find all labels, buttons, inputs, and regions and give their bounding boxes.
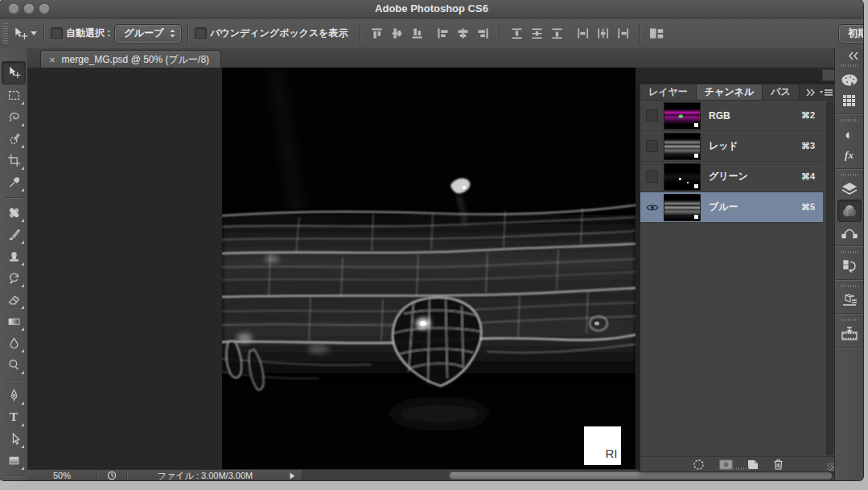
brush-tool[interactable] [2, 224, 26, 245]
rectangle-shape-tool[interactable] [2, 450, 26, 471]
quick-selection-tool[interactable] [2, 128, 26, 150]
delete-channel-button[interactable] [773, 459, 784, 470]
blur-tool[interactable] [2, 332, 26, 354]
dock-gripper[interactable] [841, 319, 858, 321]
lasso-tool[interactable] [2, 106, 26, 128]
auto-align-layers-icon[interactable] [649, 27, 664, 40]
styles-panel-icon[interactable]: fx [838, 145, 861, 166]
dock-gripper[interactable] [841, 64, 858, 67]
visibility-toggle[interactable] [640, 171, 664, 183]
layer-comps-panel-icon[interactable] [838, 290, 861, 311]
align-top-edges-icon[interactable] [369, 27, 385, 40]
collapse-panels-icon[interactable] [848, 51, 858, 60]
channels-panel-icon[interactable] [837, 200, 862, 222]
dock-gripper[interactable] [841, 119, 858, 121]
type-tool[interactable]: T [2, 406, 26, 428]
panel-resize-gripper[interactable] [729, 467, 750, 470]
dock-divider [835, 279, 863, 280]
auto-select-target-value: グループ [124, 27, 163, 40]
channel-row-rgb[interactable]: RGB ⌘2 [640, 101, 823, 131]
move-tool-icon [13, 27, 29, 41]
status-menu-icon[interactable] [97, 470, 126, 480]
channel-name: グリーン [709, 170, 748, 183]
channel-name: ブルー [709, 200, 738, 214]
panel-menu-icon[interactable] [820, 89, 833, 97]
distribute-right-edges-icon[interactable] [615, 27, 631, 40]
eyedropper-tool[interactable] [2, 171, 26, 193]
dock-gripper[interactable] [841, 174, 858, 176]
divider [187, 24, 188, 43]
micrograph-image[interactable]: RI [222, 68, 636, 469]
horizontal-scrollbar-thumb[interactable] [449, 471, 833, 480]
eraser-tool[interactable] [2, 289, 26, 311]
show-bounding-box-checkbox[interactable] [195, 27, 207, 39]
tab-layers[interactable]: レイヤー [640, 84, 697, 100]
type-tool-glyph: T [10, 410, 18, 424]
auto-select-target-dropdown[interactable]: グループ [115, 25, 181, 43]
tool-preset-caret-icon[interactable] [31, 31, 37, 35]
align-bottom-edges-icon[interactable] [409, 27, 425, 40]
align-right-edges-icon[interactable] [475, 27, 491, 40]
eye-icon [646, 204, 659, 212]
rectangular-marquee-tool[interactable] [2, 84, 26, 106]
zoom-level-field[interactable]: 50% [27, 470, 97, 480]
timeline-panel-icon[interactable] [838, 323, 861, 344]
history-panel-icon[interactable] [838, 256, 861, 277]
status-flyout-button[interactable] [283, 470, 302, 480]
path-selection-tool[interactable] [2, 428, 26, 450]
crop-tool[interactable] [2, 150, 26, 171]
document-tab[interactable]: × merge_MG.psd @ 50% (ブルー/8) [40, 50, 221, 68]
dodge-tool[interactable] [2, 354, 26, 376]
dock-divider [835, 113, 863, 114]
dock-gripper[interactable] [841, 251, 858, 253]
scale-label-text: RI [606, 447, 618, 460]
history-brush-tool[interactable] [2, 267, 26, 289]
paths-panel-icon[interactable] [838, 222, 861, 243]
panel-tab-bar: レイヤー チャンネル パス [640, 84, 836, 101]
swatches-panel-icon[interactable] [838, 90, 861, 111]
pen-tool[interactable] [2, 385, 26, 406]
adjustments-panel-icon[interactable]: ◐ [838, 124, 861, 145]
visibility-toggle[interactable] [640, 140, 664, 152]
gradient-tool[interactable] [2, 311, 26, 332]
file-info-value: ファイル : 3.00M/3.00M [158, 470, 253, 481]
file-info-field[interactable]: ファイル : 3.00M/3.00M [127, 470, 283, 480]
align-left-edges-icon[interactable] [435, 27, 450, 40]
tools-divider [5, 380, 23, 381]
channel-thumbnail-green [664, 163, 701, 191]
channel-row-blue[interactable]: ブルー ⌘5 [640, 192, 823, 223]
align-horizontal-centers-icon[interactable] [455, 27, 471, 40]
spot-healing-brush-tool[interactable] [2, 202, 26, 224]
visibility-toggle[interactable] [640, 109, 664, 121]
distribute-bottom-edges-icon[interactable] [549, 27, 565, 40]
tab-channels[interactable]: チャンネル [697, 84, 763, 100]
clone-stamp-tool[interactable] [2, 245, 26, 267]
window-title: Adobe Photoshop CS6 [0, 2, 863, 14]
channel-row-red[interactable]: レッド ⌘3 [640, 131, 823, 162]
close-document-icon[interactable]: × [49, 55, 56, 65]
move-tool[interactable] [2, 61, 26, 84]
workspace-switcher-button[interactable]: 初期 [839, 25, 863, 43]
align-vertical-centers-icon[interactable] [389, 27, 405, 40]
load-channel-as-selection-button[interactable] [693, 459, 705, 471]
workspace-label: 初期 [848, 27, 863, 40]
options-bar-gripper[interactable] [2, 23, 8, 44]
visibility-toggle[interactable] [640, 204, 664, 212]
titlebar[interactable]: Adobe Photoshop CS6 [0, 0, 863, 19]
distribute-left-edges-icon[interactable] [575, 27, 590, 40]
divider [43, 24, 44, 43]
dock-divider [835, 168, 863, 169]
distribute-top-edges-icon[interactable] [509, 27, 525, 40]
dock-gripper[interactable] [841, 285, 858, 287]
auto-select-label: 自動選択 : [66, 27, 110, 40]
scale-label-box: RI [584, 426, 621, 465]
collapse-panel-icon[interactable] [805, 89, 815, 97]
tab-paths[interactable]: パス [763, 84, 800, 100]
layers-panel-icon[interactable] [838, 179, 861, 200]
panel-scrollbar-track[interactable] [826, 101, 833, 455]
color-panel-icon[interactable] [838, 69, 861, 90]
auto-select-checkbox[interactable] [51, 27, 63, 39]
channel-row-green[interactable]: グリーン ⌘4 [640, 162, 823, 192]
distribute-horizontal-centers-icon[interactable] [595, 27, 611, 40]
distribute-vertical-centers-icon[interactable] [529, 27, 545, 40]
